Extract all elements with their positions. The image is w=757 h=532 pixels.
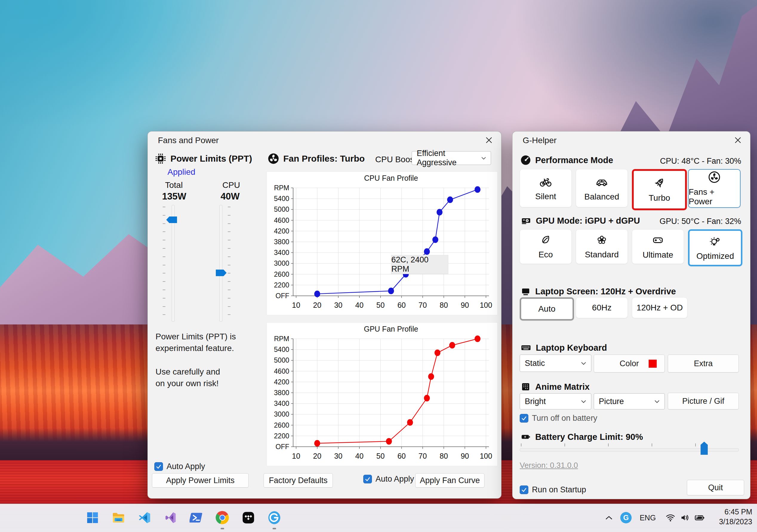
tidal-icon[interactable] xyxy=(239,508,258,527)
laptop-keyboard-heading: Laptop Keyboard xyxy=(536,343,607,353)
chrome-icon[interactable] xyxy=(213,508,232,527)
chip-icon xyxy=(155,153,166,164)
ghelper-title: G-Helper xyxy=(523,136,557,145)
svg-text:2600: 2600 xyxy=(274,421,289,429)
fans-window-titlebar[interactable]: Fans and Power xyxy=(148,131,501,148)
taskbar-clock[interactable]: 6:45 PM 3/18/2023 xyxy=(719,507,752,527)
tray-chevron-up-icon[interactable] xyxy=(602,508,616,527)
svg-text:30: 30 xyxy=(334,301,342,309)
performance-mode-heading: Performance Mode xyxy=(535,155,613,165)
perf-mode-silent-button[interactable]: Silent xyxy=(520,169,572,207)
svg-text:4600: 4600 xyxy=(274,216,289,224)
gpu-fan-chart-plot[interactable]: GPU Fan ProfileOFF2200260030003400380042… xyxy=(267,323,497,466)
tray-language-button[interactable]: ENG xyxy=(639,508,657,527)
gpu-mode-header: GPU Mode: iGPU + dGPU xyxy=(520,215,640,226)
cpu-temp-fan-status: CPU: 48°C - Fan: 30% xyxy=(660,156,741,166)
start-button[interactable] xyxy=(83,508,102,527)
cpu-boost-select[interactable]: Efficient Aggressive xyxy=(411,151,491,165)
svg-text:90: 90 xyxy=(461,452,469,460)
turn-off-on-battery-checkbox[interactable]: Turn off on battery xyxy=(520,414,597,423)
svg-text:4600: 4600 xyxy=(274,367,289,375)
svg-text:60: 60 xyxy=(397,452,406,460)
svg-text:CPU Fan Profile: CPU Fan Profile xyxy=(364,174,418,182)
svg-text:50: 50 xyxy=(377,301,385,309)
svg-text:30: 30 xyxy=(334,452,342,460)
keyboard-extra-button[interactable]: Extra xyxy=(668,354,739,373)
anime-matrix-heading: Anime Matrix xyxy=(535,382,590,392)
visual-studio-icon[interactable] xyxy=(161,508,180,527)
svg-text:OFF: OFF xyxy=(276,443,289,451)
screen-auto-button[interactable]: Auto xyxy=(520,297,574,321)
chevron-down-icon xyxy=(581,362,586,365)
total-slider-thumb[interactable] xyxy=(166,216,177,223)
close-icon[interactable] xyxy=(483,134,495,146)
laptop-keyboard-header: Laptop Keyboard xyxy=(520,342,607,353)
ghelper-running-indicator xyxy=(273,528,276,529)
cpu-fan-chart[interactable]: CPU Fan ProfileOFF2200260030003400380042… xyxy=(266,172,498,315)
checkbox-checked-icon xyxy=(520,486,528,494)
battery-tray-icon[interactable] xyxy=(692,508,707,527)
svg-text:OFF: OFF xyxy=(276,292,289,300)
version-link[interactable]: Version: 0.31.0.0 xyxy=(520,461,578,470)
total-slider-ticks xyxy=(163,207,166,321)
gpu-mode-optimized-button[interactable]: Optimized xyxy=(688,229,742,266)
keyboard-color-button[interactable]: Color xyxy=(594,354,665,373)
battery-charge-limit-header: Battery Charge Limit: 90% xyxy=(520,432,643,442)
fan-icon xyxy=(268,153,279,164)
perf-mode-fans-power-button[interactable]: Fans + Power xyxy=(688,169,741,208)
gpu-fan-chart[interactable]: GPU Fan ProfileOFF2200260030003400380042… xyxy=(266,322,498,466)
ghelper-taskbar-icon[interactable] xyxy=(265,508,284,527)
cpu-slider-thumb[interactable] xyxy=(216,269,227,276)
quit-button[interactable]: Quit xyxy=(687,480,744,495)
total-slider-label: Total xyxy=(165,181,183,190)
anime-matrix-header: Anime Matrix xyxy=(520,381,590,392)
monitor-icon xyxy=(520,286,531,297)
cpu-boost-label: CPU Boost xyxy=(375,155,417,164)
powershell-icon[interactable] xyxy=(187,508,206,527)
file-explorer-icon[interactable] xyxy=(109,508,128,527)
fans-and-power-window: Fans and Power Power Limits (PPT) Applie… xyxy=(147,131,501,499)
svg-text:2200: 2200 xyxy=(274,281,289,289)
gpu-mode-ultimate-button[interactable]: Ultimate xyxy=(632,229,684,264)
apply-power-limits-button[interactable]: Apply Power Limits xyxy=(152,473,249,488)
svg-text:3800: 3800 xyxy=(274,389,289,397)
wifi-icon[interactable] xyxy=(664,508,677,527)
checkbox-checked-icon xyxy=(154,462,163,471)
power-limits-note-1: Power Limits (PPT) is experimental featu… xyxy=(156,331,236,354)
svg-text:10: 10 xyxy=(292,452,300,460)
gpu-mode-standard-button[interactable]: Standard xyxy=(576,229,628,264)
factory-defaults-button[interactable]: Factory Defaults xyxy=(263,473,333,488)
svg-text:50: 50 xyxy=(377,452,385,460)
checkbox-checked-icon xyxy=(363,475,372,483)
anime-picture-gif-button[interactable]: Picture / Gif xyxy=(668,393,739,409)
auto-apply-power-checkbox[interactable]: Auto Apply xyxy=(154,462,205,471)
auto-apply-fan-checkbox[interactable]: Auto Apply xyxy=(363,474,414,484)
svg-text:RPM: RPM xyxy=(274,335,289,343)
perf-mode-balanced-button[interactable]: Balanced xyxy=(576,169,628,207)
perf-mode-turbo-button[interactable]: Turbo xyxy=(632,169,687,210)
fan-profiles-header: Fan Profiles: Turbo xyxy=(268,153,365,164)
svg-text:2200: 2200 xyxy=(274,432,289,440)
tray-ghelper-icon[interactable]: G xyxy=(619,508,633,527)
screen-60hz-button[interactable]: 60Hz xyxy=(576,297,628,318)
keyboard-mode-select[interactable]: Static xyxy=(520,354,591,372)
anime-content-select[interactable]: Picture xyxy=(594,393,665,409)
keyboard-color-swatch xyxy=(649,360,657,368)
cpu-slider-track[interactable] xyxy=(219,205,222,322)
flower-icon xyxy=(595,234,608,246)
ghelper-titlebar[interactable]: G-Helper xyxy=(513,131,750,148)
svg-text:60: 60 xyxy=(397,301,406,309)
svg-text:10: 10 xyxy=(292,301,300,309)
volume-icon[interactable] xyxy=(678,508,691,527)
close-icon[interactable] xyxy=(732,134,743,146)
run-on-startup-checkbox[interactable]: Run on Startup xyxy=(520,485,586,494)
gpu-mode-eco-button[interactable]: Eco xyxy=(520,229,572,264)
vscode-icon[interactable] xyxy=(135,508,154,527)
anime-brightness-select[interactable]: Bright xyxy=(520,393,591,409)
svg-text:RPM: RPM xyxy=(274,184,289,192)
cpu-fan-chart-tooltip: 62C, 2400 RPM xyxy=(391,255,448,274)
apply-fan-curve-button[interactable]: Apply Fan Curve xyxy=(415,473,484,488)
screen-120hz-od-button[interactable]: 120Hz + OD xyxy=(632,297,687,318)
cpu-fan-chart-plot[interactable]: CPU Fan ProfileOFF2200260030003400380042… xyxy=(267,172,497,316)
svg-text:20: 20 xyxy=(313,301,321,309)
